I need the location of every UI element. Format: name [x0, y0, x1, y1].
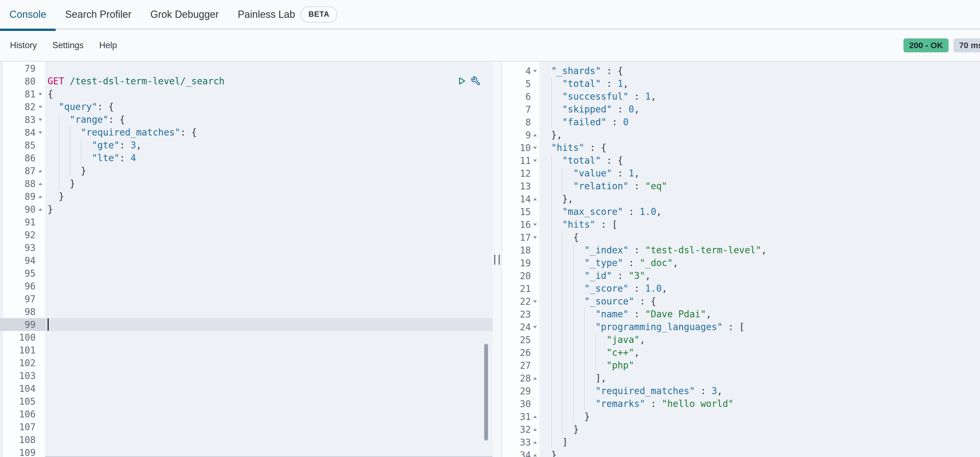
request-code-line[interactable]: 106 — [0, 408, 493, 420]
code-text[interactable]: "_index" : "test-dsl-term-level", — [539, 244, 980, 256]
fold-close-icon[interactable] — [531, 377, 539, 380]
response-code-line[interactable]: 26 "c++", — [502, 346, 980, 359]
fold-close-icon[interactable] — [531, 454, 539, 457]
request-options-button[interactable] — [471, 76, 481, 86]
code-text[interactable] — [45, 318, 493, 331]
code-text[interactable]: "failed" : 0 — [539, 116, 980, 129]
request-code-line[interactable]: 99 — [0, 318, 493, 331]
fold-open-icon[interactable] — [36, 119, 45, 121]
code-text[interactable] — [45, 357, 493, 369]
request-code-line[interactable]: 84 "required_matches": { — [0, 126, 493, 139]
send-request-button[interactable] — [457, 76, 467, 86]
request-code-line[interactable]: 85 "gte": 3, — [0, 139, 493, 152]
response-code-line[interactable]: 29 "required_matches" : 3, — [502, 385, 980, 397]
tab-grok-debugger[interactable]: Grok Debugger — [141, 0, 228, 29]
response-code-line[interactable]: 11 "total" : { — [502, 154, 980, 167]
code-text[interactable]: "java", — [539, 333, 980, 346]
request-code-line[interactable]: 108 — [0, 433, 493, 446]
code-text[interactable] — [45, 241, 493, 254]
response-code-line[interactable]: 28 ], — [502, 372, 980, 385]
response-code-line[interactable]: 27 "php" — [502, 359, 980, 372]
code-text[interactable]: "php" — [539, 359, 980, 372]
code-text[interactable] — [45, 446, 493, 457]
code-text[interactable]: "hits" : [ — [539, 218, 980, 231]
request-code-line[interactable]: 79 — [0, 62, 493, 75]
request-code-line[interactable]: 96 — [0, 280, 493, 293]
code-text[interactable] — [45, 433, 493, 446]
request-editor[interactable]: 7980GET /test-dsl-term-level/_search81{8… — [0, 62, 493, 457]
response-code-line[interactable]: 34 } — [502, 449, 980, 457]
request-code-line[interactable]: 103 — [0, 369, 493, 382]
response-code-line[interactable]: 33 ] — [502, 436, 980, 449]
request-code-line[interactable]: 105 — [0, 395, 493, 408]
fold-open-icon[interactable] — [531, 326, 539, 328]
code-text[interactable]: "c++", — [539, 346, 980, 359]
code-text[interactable]: } — [539, 423, 980, 436]
response-code-line[interactable]: 16 "hits" : [ — [502, 218, 980, 231]
fold-close-icon[interactable] — [531, 134, 539, 136]
code-text[interactable]: GET /test-dsl-term-level/_search — [45, 75, 493, 88]
code-text[interactable]: "_id" : "3", — [539, 269, 980, 282]
fold-close-icon[interactable] — [531, 198, 539, 201]
request-code-line[interactable]: 101 — [0, 344, 493, 357]
code-text[interactable]: } — [45, 203, 493, 216]
code-text[interactable]: "_source" : { — [539, 295, 980, 308]
fold-open-icon[interactable] — [531, 70, 539, 72]
response-code-line[interactable]: 5 "total" : 1, — [502, 77, 980, 90]
code-text[interactable]: "relation" : "eq" — [539, 180, 980, 193]
code-text[interactable]: "gte": 3, — [45, 139, 493, 152]
tab-console[interactable]: Console — [0, 0, 56, 29]
tab-painless-lab[interactable]: Painless Lab BETA — [228, 0, 347, 29]
response-code-line[interactable]: 22 "_source" : { — [502, 295, 980, 308]
vertical-scrollbar-thumb[interactable] — [484, 344, 488, 441]
response-code-line[interactable]: 6 "successful" : 1, — [502, 90, 980, 103]
response-code-line[interactable]: 7 "skipped" : 0, — [502, 103, 980, 116]
fold-open-icon[interactable] — [36, 93, 45, 96]
code-text[interactable] — [45, 62, 493, 75]
menu-settings[interactable]: Settings — [52, 40, 83, 50]
request-code-line[interactable]: 104 — [0, 382, 493, 395]
code-text[interactable]: ] — [539, 436, 980, 449]
code-text[interactable]: "_shards" : { — [539, 65, 980, 77]
code-text[interactable]: "skipped" : 0, — [539, 103, 980, 116]
response-code-line[interactable]: 24 "programming_languages" : [ — [502, 321, 980, 333]
code-text[interactable]: "name" : "Dave Pdai", — [539, 308, 980, 321]
fold-close-icon[interactable] — [36, 195, 45, 198]
response-code-line[interactable]: 14 }, — [502, 193, 980, 205]
fold-close-icon[interactable] — [531, 428, 539, 431]
response-code-line[interactable]: 4 "_shards" : { — [502, 65, 980, 77]
response-code-line[interactable]: 9 }, — [502, 129, 980, 142]
response-code-line[interactable]: 8 "failed" : 0 — [502, 116, 980, 129]
fold-open-icon[interactable] — [531, 300, 539, 303]
code-text[interactable] — [45, 228, 493, 241]
code-text[interactable]: "range": { — [45, 113, 493, 126]
code-text[interactable]: } — [45, 177, 493, 190]
code-text[interactable]: ], — [539, 372, 980, 385]
request-code-line[interactable]: 82 "query": { — [0, 100, 493, 113]
code-text[interactable]: "_type" : "_doc", — [539, 256, 980, 269]
code-text[interactable]: } — [45, 164, 493, 177]
menu-history[interactable]: History — [10, 40, 37, 50]
code-text[interactable]: } — [45, 190, 493, 203]
request-code-line[interactable]: 80GET /test-dsl-term-level/_search — [0, 75, 493, 88]
code-text[interactable]: }, — [539, 193, 980, 205]
request-code-line[interactable]: 81{ — [0, 88, 493, 100]
fold-open-icon[interactable] — [531, 223, 539, 226]
fold-close-icon[interactable] — [531, 416, 539, 418]
request-code-line[interactable]: 98 — [0, 305, 493, 318]
response-code-line[interactable]: 23 "name" : "Dave Pdai", — [502, 308, 980, 321]
code-text[interactable]: "query": { — [45, 100, 493, 113]
request-code-line[interactable]: 86 "lte": 4 — [0, 152, 493, 164]
code-text[interactable]: "max_score" : 1.0, — [539, 205, 980, 218]
request-code-line[interactable]: 89 } — [0, 190, 493, 203]
code-text[interactable]: "total" : 1, — [539, 77, 980, 90]
fold-close-icon[interactable] — [36, 170, 45, 172]
code-text[interactable]: { — [45, 88, 493, 100]
fold-open-icon[interactable] — [531, 159, 539, 162]
code-text[interactable]: "value" : 1, — [539, 167, 980, 180]
response-code-line[interactable]: 20 "_id" : "3", — [502, 269, 980, 282]
code-text[interactable] — [45, 216, 493, 228]
fold-open-icon[interactable] — [36, 131, 45, 134]
code-text[interactable]: }, — [539, 129, 980, 142]
request-code-line[interactable]: 102 — [0, 357, 493, 369]
